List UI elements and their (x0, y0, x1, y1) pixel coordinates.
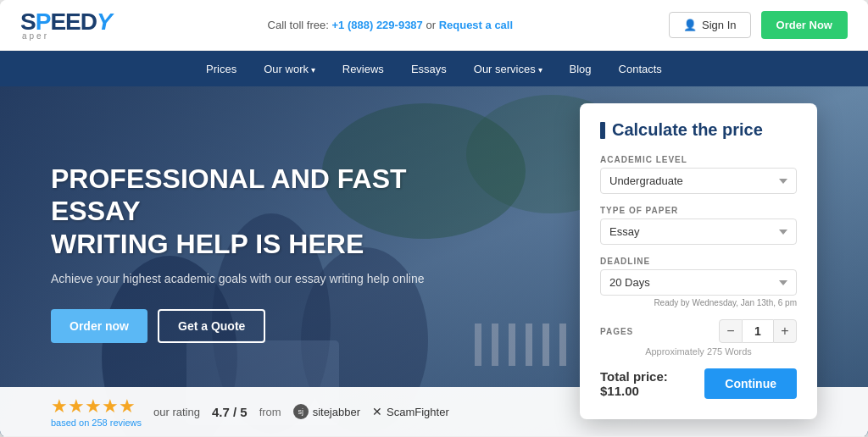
pages-increment-button[interactable]: + (773, 319, 797, 343)
based-on-text: based on 258 reviews (51, 418, 142, 428)
user-icon: 👤 (683, 19, 697, 31)
calc-total-row: Total price: $11.00 Continue (600, 368, 797, 399)
header-center: Call toll free: +1 (888) 229-9387 or Req… (268, 19, 513, 31)
browser-frame: SPEEDY aper Call toll free: +1 (888) 229… (0, 0, 868, 437)
type-of-paper-field: TYPE OF PAPER Essay Research Paper Term … (600, 206, 797, 245)
deadline-label: DEADLINE (600, 257, 797, 266)
phone-link[interactable]: +1 (888) 229-9387 (331, 19, 422, 31)
pages-value: 1 (743, 319, 773, 343)
pages-control: − 1 + (719, 319, 797, 343)
nav-prices[interactable]: Prices (206, 63, 236, 75)
deadline-select[interactable]: 3 Hours 6 Hours 12 Hours 24 Hours 2 Days… (600, 269, 797, 296)
calc-title-row: Calculate the price (600, 120, 797, 140)
deadline-note: Ready by Wednesday, Jan 13th, 6 pm (600, 298, 797, 307)
rating-stars-block: ★★★★★ based on 258 reviews (51, 396, 142, 428)
from-label: from (259, 406, 281, 418)
our-rating-label: our rating (153, 406, 200, 418)
header: SPEEDY aper Call toll free: +1 (888) 229… (0, 0, 868, 51)
hero-order-button[interactable]: Order now (51, 309, 147, 343)
continue-button[interactable]: Continue (704, 368, 797, 399)
order-now-button[interactable]: Order Now (761, 11, 848, 39)
or-text: or (426, 19, 436, 31)
pages-label: PAGES (600, 327, 719, 336)
deadline-field: DEADLINE 3 Hours 6 Hours 12 Hours 24 Hou… (600, 257, 797, 307)
nav-reviews[interactable]: Reviews (342, 63, 384, 75)
header-right: 👤 Sign In Order Now (669, 11, 848, 39)
pages-decrement-button[interactable]: − (719, 319, 743, 343)
calculator-panel: Calculate the price ACADEMIC LEVEL High … (580, 103, 817, 419)
nav-essays[interactable]: Essays (411, 63, 447, 75)
sign-in-button[interactable]: 👤 Sign In (669, 12, 750, 38)
type-of-paper-select[interactable]: Essay Research Paper Term Paper Coursewo… (600, 218, 797, 245)
hero-subtitle: Achieve your highest academic goals with… (51, 272, 477, 285)
calc-title: Calculate the price (612, 120, 763, 140)
sitejabber-badge: sj sitejabber (293, 404, 360, 419)
scamfighter-icon: ✕ (372, 405, 382, 418)
hero-content: PROFESSIONAL AND FAST ESSAY WRITING HELP… (0, 86, 477, 436)
sitejabber-icon: sj (293, 404, 309, 419)
request-call-link[interactable]: Request a call (439, 19, 513, 31)
rating-score: 4.7 / 5 (212, 405, 248, 419)
pages-words-note: Approximately 275 Words (600, 346, 797, 357)
calc-total-price: $11.00 (600, 384, 639, 398)
scamfighter-label: ScamFighter (387, 406, 449, 418)
nav-blog[interactable]: Blog (570, 63, 592, 75)
type-of-paper-label: TYPE OF PAPER (600, 206, 797, 215)
sitejabber-label: sitejabber (313, 406, 360, 418)
stars: ★★★★★ (51, 396, 142, 418)
toll-free-label: Call toll free: (268, 19, 329, 31)
pages-row: PAGES − 1 + (600, 319, 797, 343)
logo: SPEEDY aper (20, 10, 112, 41)
nav-our-work[interactable]: Our work (264, 63, 315, 75)
calc-icon-bar (600, 122, 605, 139)
nav-our-services[interactable]: Our services (474, 63, 542, 75)
logo-sub: aper (22, 32, 112, 41)
hero-title: PROFESSIONAL AND FAST ESSAY WRITING HELP… (51, 163, 477, 260)
academic-level-select[interactable]: High School Undergraduate Graduate Ph.D. (600, 168, 797, 194)
nav-contacts[interactable]: Contacts (619, 63, 662, 75)
scamfighter-badge: ✕ ScamFighter (372, 405, 449, 418)
academic-level-label: ACADEMIC LEVEL (600, 155, 797, 164)
hero-section: PROFESSIONAL AND FAST ESSAY WRITING HELP… (0, 86, 868, 436)
hero-buttons: Order now Get a Quote (51, 309, 477, 343)
hero-quote-button[interactable]: Get a Quote (158, 309, 265, 343)
academic-level-field: ACADEMIC LEVEL High School Undergraduate… (600, 155, 797, 194)
calc-total-label: Total price: $11.00 (600, 369, 704, 398)
nav: Prices Our work Reviews Essays Our servi… (0, 51, 868, 86)
